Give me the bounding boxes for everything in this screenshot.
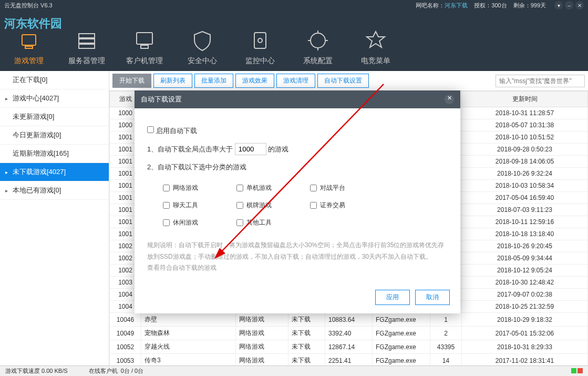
minimize-button[interactable]: – — [565, 1, 573, 9]
svg-rect-7 — [254, 33, 266, 48]
start-download-button[interactable]: 开始下载 — [112, 74, 151, 88]
nav-电竞菜单[interactable]: 电竞菜单 — [347, 16, 405, 66]
nav-安全中心[interactable]: 安全中心 — [173, 16, 231, 66]
table-row[interactable]: 10052穿越火线网络游戏未下载12867.14FGZgame.exe43395… — [110, 340, 588, 354]
modal-close-button[interactable]: ✕ — [445, 95, 454, 104]
nav-icon — [363, 25, 389, 56]
cancel-button[interactable]: 取消 — [415, 290, 450, 305]
svg-point-8 — [258, 38, 262, 43]
online-clients: 在线客户机 0台 / 0台 — [89, 367, 144, 375]
remaining-info: 剩余：999天 — [513, 2, 546, 9]
nav-icon — [74, 25, 100, 56]
app-title: 云无盘控制台 V6.3 — [4, 2, 53, 9]
svg-rect-1 — [25, 46, 33, 48]
rules-description: 规则说明：自动下载开启时，将为游戏盘预留磁盘总大小30%空间；全局点击率排行前3… — [147, 240, 448, 274]
category-checkbox[interactable]: 单机游戏 — [236, 184, 310, 192]
game-cleanup-button[interactable]: 游戏清理 — [276, 74, 315, 88]
nav-系统配置[interactable]: 系统配置 — [289, 16, 347, 66]
clickrate-threshold-input[interactable] — [235, 143, 266, 155]
modal-title: 自动下载设置 — [141, 95, 182, 104]
category-checkbox[interactable]: 证券交易 — [310, 201, 384, 210]
category-checkbox[interactable]: 棋牌游戏 — [236, 201, 310, 210]
nav-icon — [305, 25, 331, 56]
nav-监控中心[interactable]: 监控中心 — [231, 16, 289, 66]
cafe-name: 网吧名称：河东下载 — [416, 2, 468, 9]
sidebar-item[interactable]: 未更新游戏[0] — [0, 108, 109, 126]
batch-add-button[interactable]: 批量添加 — [194, 74, 233, 88]
svg-rect-6 — [141, 45, 148, 48]
auto-download-settings-button[interactable]: 自动下载设置 — [317, 74, 369, 88]
game-effects-button[interactable]: 游戏效果 — [235, 74, 274, 88]
svg-point-9 — [311, 33, 325, 48]
auth-info: 授权：300台 — [474, 2, 507, 9]
sidebar-item[interactable]: 近期新增游戏[165] — [0, 145, 109, 163]
sidebar-item[interactable]: ▸未下载游戏[4027] — [0, 163, 109, 181]
download-speed: 游戏下载速度 0.00 KB/S — [5, 367, 68, 375]
nav-服务器管理[interactable]: 服务器管理 — [58, 16, 116, 66]
auto-download-modal: 自动下载设置 ✕ 启用自动下载 1、自动下载全局点击率大于 的游戏 2、自动下载… — [135, 90, 460, 313]
category-checkbox[interactable]: 其他工具 — [236, 218, 310, 227]
svg-rect-2 — [79, 34, 95, 38]
sidebar-item[interactable]: 今日更新游戏[0] — [0, 126, 109, 145]
col-update-time[interactable]: 更新时间 — [462, 92, 588, 107]
sidebar-item[interactable]: ▸游戏中心[4027] — [0, 89, 109, 108]
category-checkbox[interactable]: 休闲游戏 — [163, 218, 236, 227]
apply-button[interactable]: 应用 — [375, 290, 410, 305]
search-input[interactable] — [496, 75, 585, 87]
svg-rect-4 — [79, 44, 95, 48]
table-row[interactable]: 10046赤壁网络游戏未下载10883.64FGZgame.exe12018-1… — [110, 313, 588, 327]
nav-icon — [189, 25, 215, 56]
sidebar-item[interactable]: ▸本地已有游戏[0] — [0, 181, 109, 200]
logo: 河东软件园 — [4, 16, 62, 32]
svg-rect-0 — [22, 35, 36, 45]
nav-icon — [247, 25, 273, 56]
refresh-list-button[interactable]: 刷新列表 — [153, 74, 192, 88]
category-checkbox[interactable]: 聊天工具 — [163, 201, 236, 210]
table-row[interactable]: 10053传奇3网络游戏未下载2251.41FGZgame.exe142017-… — [110, 354, 588, 366]
dropdown-icon[interactable]: ▾ — [554, 1, 563, 9]
svg-rect-5 — [137, 33, 152, 44]
table-row[interactable]: 10049宠物森林网络游戏未下载3392.40FGZgame.exe22017-… — [110, 327, 588, 340]
nav-客户机管理[interactable]: 客户机管理 — [116, 16, 173, 66]
nav-icon — [131, 25, 158, 56]
status-leds — [570, 368, 583, 374]
cafe-link[interactable]: 河东下载 — [445, 2, 468, 8]
enable-auto-download-checkbox[interactable]: 启用自动下载 — [147, 127, 197, 135]
close-button[interactable]: ✕ — [575, 1, 584, 9]
category-checkbox[interactable]: 对战平台 — [310, 184, 384, 192]
category-checkbox[interactable]: 网络游戏 — [163, 184, 236, 192]
sidebar-item[interactable]: 正在下载[0] — [0, 71, 109, 89]
svg-rect-3 — [79, 39, 95, 43]
